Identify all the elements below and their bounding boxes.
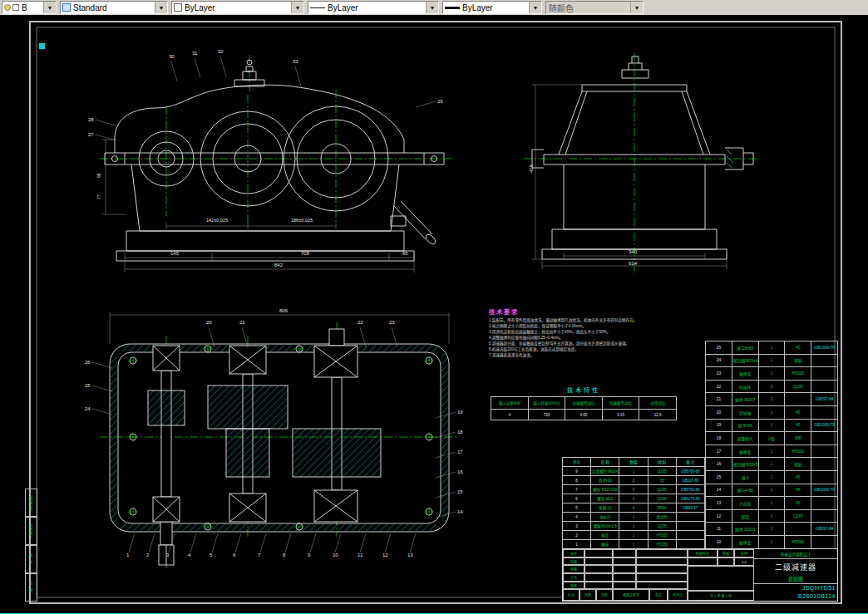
sign-col: 年月日 xyxy=(668,589,688,601)
table-cell: 轴承盖 xyxy=(732,367,758,381)
table-cell: GB1099-79 xyxy=(811,341,838,355)
blank-cell xyxy=(613,549,636,558)
leader-line xyxy=(360,533,366,553)
table-cell xyxy=(811,405,838,419)
table-cell: 1 xyxy=(563,540,591,549)
table-cell xyxy=(811,470,838,484)
table-cell: 箱座 xyxy=(591,540,619,549)
table-cell: 21 xyxy=(706,393,732,406)
table-cell xyxy=(676,531,704,540)
drawing-subtitle: 装配图 xyxy=(754,574,837,584)
sheet-info: 共 1 张 第 1 张 xyxy=(688,591,754,601)
table-cell: Q235 xyxy=(648,522,676,531)
role-approve: 批准 xyxy=(563,582,584,590)
table-cell: 毛毡 xyxy=(785,354,811,367)
table-cell: 齿轮轴 xyxy=(732,405,758,419)
table-cell: 备 注 xyxy=(676,458,704,467)
table-row: 47204.003.1512.6 xyxy=(491,410,677,420)
layer-dropdown-arrow[interactable]: ▼ xyxy=(43,2,56,13)
front-view xyxy=(100,55,453,273)
blank-cell xyxy=(688,566,754,591)
table-cell xyxy=(811,458,838,471)
table-cell: 1 xyxy=(758,419,785,432)
blank-cell xyxy=(613,582,636,590)
top-dim-lines xyxy=(110,312,449,344)
blank-cell xyxy=(584,582,613,590)
table-cell: 1 xyxy=(619,531,648,540)
note-line: 5.减速器剖分面、各接触面及密封处均不允许漏油，剖分面允许涂密封胶或水玻璃。 xyxy=(489,341,695,346)
table-row: 17轴承盖1HT200 xyxy=(706,445,838,458)
table-row: 14键 14×56145GB1099-79 xyxy=(706,484,838,497)
blank-cell xyxy=(636,558,688,566)
table-cell: GB93-87 xyxy=(676,503,704,513)
table-cell: 18 xyxy=(706,432,732,445)
table-cell: 1 xyxy=(758,509,785,523)
table-cell: 轴承盖 xyxy=(732,535,758,548)
table-row: 9起盖螺钉 M10×301Q235GB5783-86 xyxy=(563,467,705,476)
notes-lines: 1.装配前，所有零件用煤油清洗，滚动轴承用汽油清洗，机体内不允许有任何杂物存在。… xyxy=(489,317,695,358)
role-audit: 审核 xyxy=(563,565,584,573)
table-cell: 1 xyxy=(758,405,785,419)
model-space[interactable]: 30313233282729142±0.025186±0.02514570885… xyxy=(0,15,868,614)
table-cell: Q235 xyxy=(648,494,676,503)
blank-cell xyxy=(636,573,688,582)
table-cell: 8 xyxy=(563,476,591,485)
object-properties-toolbar: B ▼ Standard ▼ ByLayer ▼ ByLayer ▼ ByLay… xyxy=(0,0,868,16)
callout-label: 18 xyxy=(457,430,463,435)
lineweight-icon xyxy=(445,7,460,9)
table-cell: 轴承 30209 xyxy=(732,523,758,536)
linetype-dropdown[interactable]: ByLayer ▼ xyxy=(308,1,439,14)
leader-line xyxy=(235,533,241,553)
style-dropdown-arrow[interactable]: ▼ xyxy=(155,2,167,13)
side-view xyxy=(524,53,758,274)
lineweight-name: ByLayer xyxy=(460,3,529,12)
table-cell: 2 xyxy=(758,380,785,393)
callout-label: 23 xyxy=(389,320,395,325)
callout-label: 7 xyxy=(258,553,261,558)
lineweight-dropdown-arrow[interactable]: ▼ xyxy=(529,2,541,13)
table-cell: 3.15 xyxy=(602,410,639,420)
callout-label: 24 xyxy=(85,406,91,411)
plotstyle-dropdown-arrow[interactable]: ▼ xyxy=(630,2,643,13)
table-cell: 低速级传动比 xyxy=(602,397,639,410)
table-row: 21轴承 302072GB297-84 xyxy=(706,393,838,406)
table-row: 13大齿轮140 xyxy=(706,497,838,510)
style-name: Standard xyxy=(71,3,155,12)
data-table: 序号名 称数量材 料备 注9起盖螺钉 M10×301Q235GB5783-868… xyxy=(562,457,705,549)
table-cell xyxy=(785,393,811,406)
layer-dropdown[interactable]: B ▼ xyxy=(2,1,57,14)
table-row: 16密封圈 B35×581毛毡 xyxy=(706,458,838,471)
leader-line xyxy=(195,58,200,78)
table-row: 8销 8×30235GB117-86 xyxy=(563,476,705,485)
table-cell: 6 xyxy=(619,503,648,513)
dim-label: 85 xyxy=(402,251,408,256)
plotstyle-dropdown[interactable]: 随颜色 ▼ xyxy=(545,1,644,14)
table-cell: 1 xyxy=(619,522,648,531)
lineweight-dropdown[interactable]: ByLayer ▼ xyxy=(442,1,542,14)
table-cell: 2 xyxy=(619,476,648,485)
sign-col: 标记 xyxy=(563,589,579,601)
table-row: 3螺塞 M16×1.51Q235 xyxy=(563,522,705,531)
callout-label: 32 xyxy=(218,49,224,54)
style-dropdown[interactable]: Standard ▼ xyxy=(60,1,168,14)
leader-line xyxy=(220,56,226,76)
linetype-dropdown-arrow[interactable]: ▼ xyxy=(426,2,438,13)
callout-label: 14 xyxy=(457,509,463,514)
dim-label: 145 xyxy=(170,251,180,256)
color-dropdown[interactable]: ByLayer ▼ xyxy=(171,1,304,14)
side-dim-lines xyxy=(532,85,727,269)
callout-label: 33 xyxy=(293,59,298,64)
blank-cell xyxy=(636,565,688,573)
table-cell: 1 xyxy=(758,445,785,458)
notes-title: 技术要求 xyxy=(489,307,695,316)
callout-label: 20 xyxy=(206,320,212,325)
table-cell: GB5782-86 xyxy=(676,485,704,494)
mass-value xyxy=(718,558,734,566)
note-line: 6.机座内装220号工业齿轮油，油面应达到规定高度。 xyxy=(489,346,695,352)
callout-label: 12 xyxy=(382,553,388,558)
table-cell: GB297-84 xyxy=(811,393,838,406)
project-name: 机械设计课程设计 xyxy=(754,549,837,559)
part-number: B26010B114 xyxy=(798,592,836,601)
color-dropdown-arrow[interactable]: ▼ xyxy=(291,2,303,13)
leader-line xyxy=(92,362,112,368)
